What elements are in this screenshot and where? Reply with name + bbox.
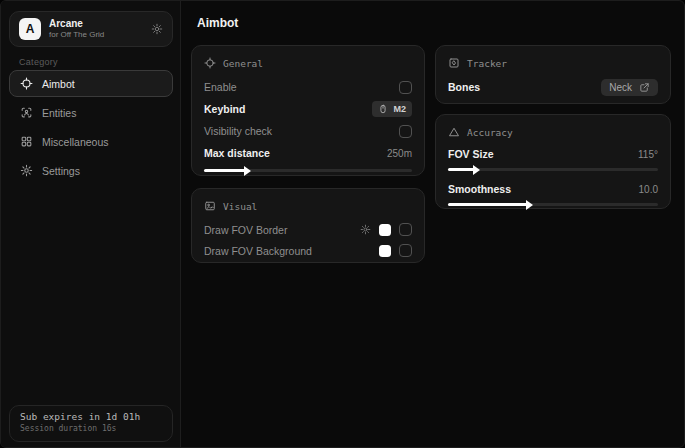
category-label: Category	[19, 57, 58, 67]
sidebar-item-label: Aimbot	[42, 78, 75, 90]
max-distance-slider[interactable]	[204, 169, 412, 172]
card-accuracy: Accuracy FOV Size 115° Smoothness 10.0	[435, 114, 671, 209]
card-general: General Enable Keybind M2 Visibility che…	[191, 45, 425, 176]
crosshair-icon	[204, 57, 216, 69]
card-title: General	[223, 58, 263, 69]
brand-subtitle: for Off The Grid	[49, 30, 104, 40]
accuracy-triangle-icon	[448, 126, 460, 138]
card-general-header: General	[204, 56, 412, 70]
bones-select-button[interactable]: Neck	[601, 79, 658, 96]
sidebar-item-label: Miscellaneous	[42, 136, 109, 148]
brand-text: Arcane for Off The Grid	[49, 18, 104, 41]
sidebar-item-label: Entities	[42, 107, 76, 119]
app-window: A Arcane for Off The Grid Category Aimbo…	[0, 0, 685, 448]
smoothness-slider[interactable]	[448, 203, 658, 206]
row-smoothness: Smoothness 10.0	[448, 180, 658, 198]
sidebar-nav: Aimbot Entities Miscellaneous Settings	[9, 70, 173, 184]
fov-size-slider[interactable]	[448, 168, 658, 171]
page-title: Aimbot	[197, 16, 238, 30]
card-title: Tracker	[467, 58, 507, 69]
card-visual-header: Visual	[204, 199, 412, 213]
card-title: Accuracy	[467, 127, 513, 138]
enable-label: Enable	[204, 81, 237, 93]
mouse-icon	[378, 104, 388, 114]
crosshair-icon	[20, 77, 33, 90]
fov-border-color-swatch[interactable]	[379, 224, 391, 236]
fov-background-color-swatch[interactable]	[379, 245, 391, 257]
grid-icon	[20, 135, 33, 148]
visibility-check-label: Visibility check	[204, 125, 272, 137]
sidebar: A Arcane for Off The Grid Category Aimbo…	[1, 1, 181, 447]
slider-fill	[448, 203, 528, 206]
keybind-badge[interactable]: M2	[372, 101, 412, 117]
row-enable: Enable	[204, 76, 412, 98]
brand-name: Arcane	[49, 18, 104, 31]
row-keybind: Keybind M2	[204, 98, 412, 120]
row-draw-fov-background: Draw FOV Background	[204, 240, 412, 261]
sidebar-item-entities[interactable]: Entities	[9, 99, 173, 126]
subscription-card: Sub expires in 1d 01h Session duration 1…	[9, 405, 173, 442]
sidebar-item-settings[interactable]: Settings	[9, 157, 173, 184]
sidebar-item-label: Settings	[42, 165, 80, 177]
image-icon	[204, 200, 216, 212]
keybind-value: M2	[393, 104, 406, 114]
slider-fill	[448, 168, 475, 171]
row-visibility-check: Visibility check	[204, 120, 412, 142]
entities-scan-icon	[20, 106, 33, 119]
fov-size-label: FOV Size	[448, 148, 494, 160]
max-distance-label: Max distance	[204, 147, 270, 159]
row-bones: Bones Neck	[448, 76, 658, 98]
slider-thumb[interactable]	[473, 165, 480, 175]
row-fov-size: FOV Size 115°	[448, 145, 658, 163]
fov-size-value: 115°	[638, 149, 658, 160]
row-max-distance: Max distance 250m	[204, 142, 412, 164]
card-tracker: Tracker Bones Neck	[435, 45, 671, 104]
brand-card: A Arcane for Off The Grid	[9, 11, 173, 47]
card-title: Visual	[223, 201, 257, 212]
sub-expiry-text: Sub expires in 1d 01h	[20, 411, 162, 422]
keybind-label: Keybind	[204, 103, 245, 115]
sidebar-item-aimbot[interactable]: Aimbot	[9, 70, 173, 97]
draw-fov-border-label: Draw FOV Border	[204, 224, 287, 236]
gear-icon[interactable]	[360, 224, 371, 235]
settings-gear-icon	[20, 164, 33, 177]
expand-icon	[639, 82, 650, 93]
smoothness-label: Smoothness	[448, 183, 511, 195]
fov-background-checkbox[interactable]	[399, 244, 412, 257]
tracker-icon	[448, 57, 460, 69]
fov-background-controls	[379, 244, 412, 257]
row-draw-fov-border: Draw FOV Border	[204, 219, 412, 240]
bones-label: Bones	[448, 81, 480, 93]
card-tracker-header: Tracker	[448, 56, 658, 70]
sidebar-item-miscellaneous[interactable]: Miscellaneous	[9, 128, 173, 155]
session-duration-text: Session duration 16s	[20, 424, 162, 433]
slider-thumb[interactable]	[244, 166, 251, 176]
fov-border-checkbox[interactable]	[399, 223, 412, 236]
bones-value: Neck	[609, 82, 632, 93]
card-visual: Visual Draw FOV Border Draw FOV Backgrou…	[191, 188, 425, 263]
visibility-check-checkbox[interactable]	[399, 125, 412, 138]
enable-checkbox[interactable]	[399, 81, 412, 94]
gear-icon[interactable]	[151, 23, 163, 35]
slider-thumb[interactable]	[526, 200, 533, 210]
smoothness-value: 10.0	[639, 184, 658, 195]
fov-border-controls	[360, 223, 412, 236]
slider-fill	[204, 169, 246, 172]
brand-logo: A	[19, 18, 41, 40]
max-distance-value: 250m	[387, 148, 412, 159]
draw-fov-background-label: Draw FOV Background	[204, 245, 312, 257]
card-accuracy-header: Accuracy	[448, 125, 658, 139]
